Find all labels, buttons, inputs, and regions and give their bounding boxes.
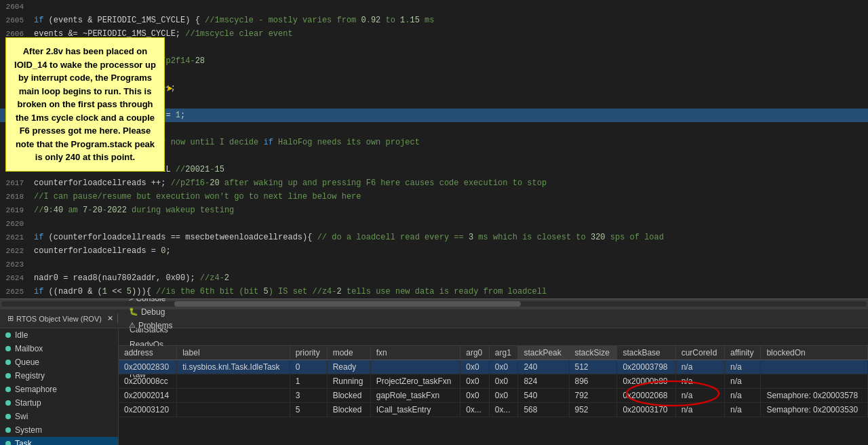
rov-table[interactable]: addresslabelprioritymodefxnarg0arg1stack…: [119, 346, 868, 445]
sidebar-item-label: Queue: [15, 357, 39, 367]
cell-arg0: 0x0: [460, 374, 490, 389]
cell-stacksize: 952: [569, 403, 617, 417]
status-dot: [5, 373, 11, 379]
sidebar-item-label: Registry: [15, 371, 45, 381]
code-line: 2617 counterforloadcellreads ++; //p2f16…: [0, 176, 868, 190]
sidebar-item-label: Startup: [15, 398, 41, 408]
status-dot: [5, 400, 11, 406]
cell-stackbase: 0x20003798: [617, 360, 675, 374]
cell-blockedon: [761, 374, 868, 389]
line-number: 2604: [0, 3, 31, 11]
col-header-priority[interactable]: priority: [290, 346, 327, 360]
tooltip-box: After 2.8v has been placed on IOID_14 to…: [5, 37, 165, 172]
col-header-fxn[interactable]: fxn: [370, 346, 460, 360]
sidebar-item-task[interactable]: Task: [0, 437, 118, 445]
col-header-curcoreid[interactable]: curCoreId: [675, 346, 724, 360]
cell-priority: 5: [290, 403, 327, 417]
line-number: 2623: [0, 260, 31, 269]
table-row[interactable]: 0x20002830ti.sysbios.knl.Task.IdleTask0R…: [119, 360, 868, 374]
code-line: 2621 if (counterforloadcellreads == msec…: [0, 231, 868, 244]
cell-arg0: 0x0: [460, 360, 490, 374]
status-dot: [5, 427, 11, 433]
sidebar-item-startup[interactable]: Startup: [0, 396, 118, 410]
code-line: 2618 //I can pause/resume but execution …: [0, 190, 868, 204]
sidebar-item-label: Semaphore: [15, 385, 57, 394]
col-header-arg1[interactable]: arg1: [489, 346, 518, 360]
sidebar-item-swi[interactable]: Swi: [0, 410, 118, 423]
col-header-blockedon[interactable]: blockedOn: [761, 346, 868, 360]
close-icon[interactable]: ✕: [107, 314, 113, 323]
sidebar-item-semaphore[interactable]: Semaphore: [0, 383, 118, 396]
table-body: 0x20002830ti.sysbios.knl.Task.IdleTask0R…: [119, 360, 868, 417]
col-header-arg0[interactable]: arg0: [460, 346, 490, 360]
sidebar-item-idle[interactable]: Idle: [0, 328, 118, 342]
cell-stackbase: 0x20002068: [617, 389, 675, 403]
line-number: 2620: [0, 220, 31, 228]
table-row[interactable]: 0x200008cc1RunningProjectZero_taskFxn0x0…: [119, 374, 868, 389]
cell-curcoreid: n/a: [675, 360, 724, 374]
scrollbar-track[interactable]: [1, 301, 867, 307]
col-header-affinity[interactable]: affinity: [724, 346, 760, 360]
code-line: 2619 //9:40 am 7-20-2022 during wakeup t…: [0, 204, 868, 217]
sidebar-item-label: System: [15, 425, 42, 435]
tab-debug[interactable]: 🐛Debug: [122, 305, 186, 319]
line-content: counterforloadcellreads ++; //p2f16-20 a…: [31, 178, 868, 188]
rtos-label-text: RTOS Object View (ROV): [16, 315, 102, 323]
cell-stacksize: 512: [569, 360, 617, 374]
status-dot: [5, 387, 11, 392]
sidebar-item-mailbox[interactable]: Mailbox: [0, 342, 118, 355]
cell-priority: 3: [290, 389, 327, 403]
cell-curcoreid: n/a: [675, 374, 724, 389]
line-content: if (events & PERIODIC_1MS_CYCLE) { //1ms…: [31, 16, 868, 25]
cell-blockedon: [761, 360, 868, 374]
tab-label: Debug: [141, 307, 165, 317]
cell-curcoreid: n/a: [675, 389, 724, 403]
sub-tab-callstacks[interactable]: CallStacks: [122, 328, 176, 337]
cell-stackpeak: 540: [518, 389, 569, 403]
sidebar-item-system[interactable]: System: [0, 423, 118, 437]
cell-fxn: [370, 360, 460, 374]
cell-label: [177, 403, 290, 417]
status-dot: [5, 441, 11, 445]
col-header-label[interactable]: label: [177, 346, 290, 360]
col-header-stacksize[interactable]: stackSize: [569, 346, 617, 360]
line-content: counterforloadcellreads = 0;: [31, 246, 868, 256]
cell-arg1: 0x0: [489, 374, 518, 389]
table-row[interactable]: 0x200031205BlockedICall_taskEntry0x...0x…: [119, 403, 868, 417]
cell-stackpeak: 240: [518, 360, 569, 374]
code-line: 2620: [0, 217, 868, 231]
col-header-stackbase[interactable]: stackBase: [617, 346, 675, 360]
code-line: 2604: [0, 0, 868, 14]
line-number: 2619: [0, 206, 31, 214]
rov-sidebar: IdleMailboxQueueRegistrySemaphoreStartup…: [0, 328, 119, 445]
code-line: 2625 if ((nadr0 & (1 << 5))){ //is the 6…: [0, 285, 868, 298]
line-content: //9:40 am 7-20-2022 during wakeup testin…: [31, 206, 868, 215]
rtos-label: ⊞ RTOS Object View (ROV) ✕: [3, 314, 118, 323]
line-content: if (counterforloadcellreads == msecbetwe…: [31, 233, 868, 242]
sidebar-item-label: Swi: [15, 412, 28, 421]
rov-main: BasicDetailedCallStacksReadyQsModuleRaw …: [119, 328, 868, 445]
sub-tab-bar: BasicDetailedCallStacksReadyQsModuleRaw: [119, 328, 868, 346]
cell-stacksize: 896: [569, 374, 617, 389]
cell-stackbase: 0x20003170: [617, 403, 675, 417]
scrollbar-thumb[interactable]: [174, 301, 520, 307]
cell-mode: Blocked: [327, 403, 370, 417]
line-number: 2605: [0, 16, 31, 24]
cell-mode: Blocked: [327, 389, 370, 403]
line-number: 2624: [0, 274, 31, 282]
cell-blockedon: Semaphore: 0x20003578: [761, 389, 868, 403]
cell-address: 0x20003120: [119, 403, 177, 417]
cell-arg1: 0x0: [489, 389, 518, 403]
line-number: 2625: [0, 288, 31, 296]
col-header-stackpeak[interactable]: stackPeak: [518, 346, 569, 360]
cell-blockedon: Semaphore: 0x20003530: [761, 403, 868, 417]
cell-arg1: 0x...: [489, 403, 518, 417]
line-content: nadr0 = read8(nau7802addr, 0x00); //z4-2: [31, 273, 868, 283]
cell-affinity: n/a: [724, 389, 760, 403]
sidebar-items-container: IdleMailboxQueueRegistrySemaphoreStartup…: [0, 328, 118, 445]
col-header-address[interactable]: address: [119, 346, 177, 360]
table-row[interactable]: 0x200020143BlockedgapRole_taskFxn0x00x05…: [119, 389, 868, 403]
sidebar-item-registry[interactable]: Registry: [0, 369, 118, 383]
sidebar-item-queue[interactable]: Queue: [0, 355, 118, 369]
col-header-mode[interactable]: mode: [327, 346, 370, 360]
